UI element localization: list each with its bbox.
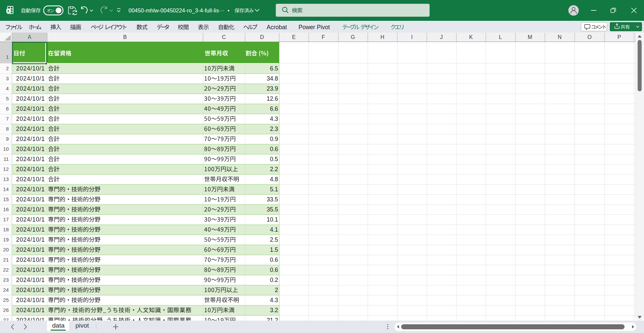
svg-text:Power Pivot: Power Pivot (299, 24, 330, 31)
svg-text:Acrobat: Acrobat (267, 24, 287, 31)
